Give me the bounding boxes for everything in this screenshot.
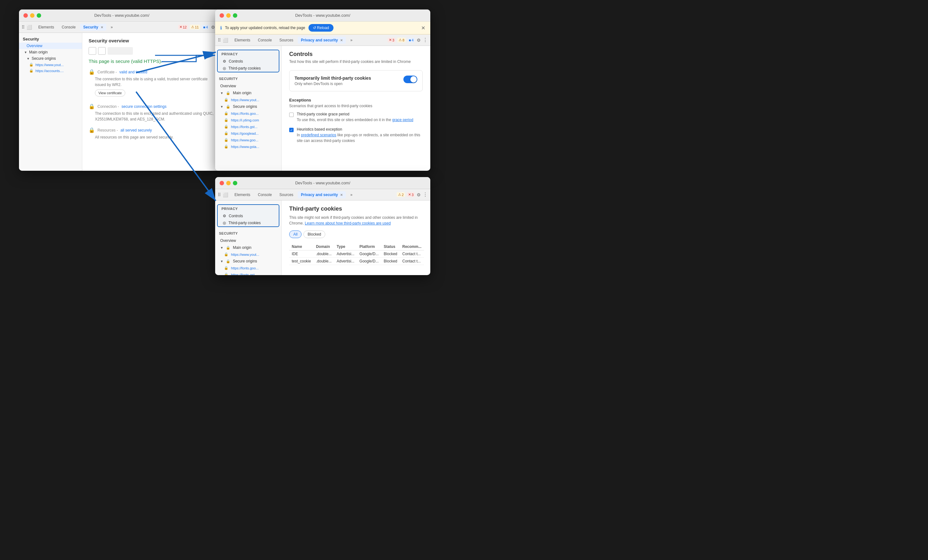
- gear-icon: ⚙: [223, 214, 226, 218]
- more-options-icon[interactable]: ⋮: [423, 37, 428, 43]
- tab-close-icon[interactable]: ✕: [340, 193, 343, 197]
- security-item-ytimg[interactable]: 🔒 https://i.ytimg.com: [215, 117, 281, 123]
- conn-status[interactable]: secure connection settings: [122, 104, 166, 109]
- privacy-section-highlighted: Privacy ⚙ Controls ◎ Third-party cookies: [217, 50, 279, 72]
- tab-console[interactable]: Console: [255, 191, 275, 198]
- tab-sources[interactable]: Sources: [276, 37, 296, 44]
- security-item-overview[interactable]: Overview: [215, 82, 281, 90]
- sidebar-item-secure-origins[interactable]: ▼ Secure origins: [19, 55, 82, 62]
- grace-period-link[interactable]: grace period: [392, 118, 414, 122]
- col-domain: Domain: [314, 243, 334, 250]
- tab-elements[interactable]: Elements: [231, 191, 253, 198]
- secure-message: This page is secure (valid HTTPS).: [89, 58, 218, 64]
- privacy-item-tpc[interactable]: ◎ Third-party cookies: [218, 219, 279, 227]
- security-item-overview[interactable]: Overview: [215, 237, 281, 244]
- exception-checkbox-heuristics[interactable]: ✓: [289, 128, 294, 132]
- tab-close-icon[interactable]: ✕: [101, 26, 103, 29]
- maximize-button[interactable]: [233, 13, 237, 18]
- security-item-fonts-goo[interactable]: 🔒 https://fonts.goo...: [215, 265, 281, 271]
- window-title: DevTools - www.youtube.com/: [295, 13, 350, 18]
- privacy-section-highlighted: Privacy ⚙ Controls ◎ Third-party cookies: [217, 204, 279, 227]
- bottom-right-titlebar: DevTools - www.youtube.com/: [215, 177, 430, 189]
- maximize-button[interactable]: [233, 181, 237, 185]
- settings-icon[interactable]: ⚙: [417, 192, 421, 197]
- cookie-row-1[interactable]: IDE .double... Advertisi... Google/D... …: [289, 250, 424, 258]
- lock-icon: 🔒: [226, 105, 230, 109]
- security-item-secure-origins[interactable]: ▼ 🔒 Secure origins: [215, 258, 281, 265]
- security-item-youtube[interactable]: 🔒 https://www.yout...: [215, 96, 281, 103]
- exception-body-grace: To use this, enroll this site or sites e…: [297, 117, 413, 123]
- tab-more[interactable]: »: [108, 24, 116, 30]
- security-item-gsta[interactable]: 🔒 https://www.gsta...: [215, 143, 281, 150]
- conn-text: The connection to this site is encrypted…: [95, 111, 218, 122]
- close-button[interactable]: [220, 181, 224, 185]
- sidebar-item-main-origin[interactable]: ▼ Main origin: [19, 49, 82, 55]
- notification-close-icon[interactable]: ✕: [421, 25, 425, 31]
- cookie-icon: ◎: [223, 221, 226, 225]
- maximize-button[interactable]: [37, 13, 41, 18]
- sidebar-item-youtube[interactable]: 🔒 https://www.yout...: [19, 62, 82, 68]
- close-button[interactable]: [23, 13, 28, 18]
- tab-more[interactable]: »: [347, 191, 356, 198]
- predefined-scenarios-link[interactable]: predefined scenarios: [301, 133, 336, 137]
- controls-panel: Controls Test how this site will perform…: [282, 46, 430, 171]
- conn-lock-icon: 🔒: [89, 103, 95, 110]
- exception-checkbox-grace[interactable]: [289, 113, 294, 117]
- lock-icon: 🔒: [224, 145, 229, 149]
- filter-all[interactable]: All: [289, 231, 302, 238]
- tab-elements[interactable]: Elements: [35, 24, 57, 30]
- minimize-button[interactable]: [226, 13, 230, 18]
- security-item-googlead[interactable]: 🔒 https://googlead...: [215, 130, 281, 137]
- sidebar-item-accounts[interactable]: 🔒 https://accounts....: [19, 68, 82, 74]
- tab-console[interactable]: Console: [255, 37, 275, 44]
- res-label: Resources -: [98, 128, 118, 132]
- certificate-detail: 🔒 Certificate - valid and trusted The co…: [89, 69, 218, 98]
- minimize-button[interactable]: [226, 181, 230, 185]
- security-item-youtube[interactable]: 🔒 https://www.yout...: [215, 251, 281, 258]
- tab-privacy-security[interactable]: Privacy and security ✕: [298, 191, 346, 198]
- privacy-item-tpc[interactable]: ◎ Third-party cookies: [218, 65, 279, 72]
- bottom-right-window: DevTools - www.youtube.com/ ⠿ ⬜ Elements…: [215, 177, 430, 275]
- left-window-body: Security Overview ▼ Main origin ▼ Secure…: [19, 33, 224, 171]
- tab-more[interactable]: »: [347, 37, 356, 44]
- cell-domain: .double...: [314, 258, 334, 265]
- cookie-row-2[interactable]: test_cookie .double... Advertisi... Goog…: [289, 258, 424, 265]
- triangle-icon: ▼: [220, 246, 223, 250]
- tab-console[interactable]: Console: [58, 24, 79, 30]
- security-item-main-origin[interactable]: ▼ 🔒 Main origin: [215, 90, 281, 96]
- bottom-right-body: Privacy ⚙ Controls ◎ Third-party cookies…: [215, 201, 430, 275]
- close-button[interactable]: [220, 13, 224, 18]
- triangle-icon: ▼: [220, 91, 223, 95]
- tpc-learn-more-link[interactable]: Learn more about how third-party cookies…: [305, 221, 391, 225]
- reload-button[interactable]: ↺ Reload: [308, 24, 333, 32]
- security-item-goo[interactable]: 🔒 https://www.goo...: [215, 137, 281, 143]
- lock-icon: 🔒: [224, 138, 229, 142]
- privacy-item-controls[interactable]: ⚙ Controls: [218, 213, 279, 219]
- filter-blocked[interactable]: Blocked: [304, 231, 325, 238]
- lock-icon: 🔒: [224, 252, 229, 256]
- tab-security[interactable]: Security ✕: [80, 24, 106, 30]
- cookie-limit-card: Temporarily limit third-party cookies On…: [289, 70, 423, 91]
- security-item-fonts-goo[interactable]: 🔒 https://fonts.goo...: [215, 110, 281, 117]
- settings-icon[interactable]: ⚙: [417, 38, 421, 43]
- tab-privacy-security[interactable]: Privacy and security ✕: [298, 37, 346, 44]
- security-item-fonts-gst[interactable]: 🔒 https://fonts.gst...: [215, 123, 281, 130]
- security-item-main-origin[interactable]: ▼ 🔒 Main origin: [215, 244, 281, 251]
- tab-elements[interactable]: Elements: [231, 37, 253, 44]
- res-status[interactable]: all served securely: [121, 128, 152, 132]
- tpc-title: Third-party cookies: [289, 205, 423, 212]
- more-options-icon[interactable]: ⋮: [423, 192, 428, 198]
- tab-close-icon[interactable]: ✕: [340, 39, 343, 42]
- security-item-secure-origins[interactable]: ▼ 🔒 Secure origins: [215, 103, 281, 110]
- tab-sources[interactable]: Sources: [276, 191, 296, 198]
- cert-status[interactable]: valid and trusted: [119, 70, 147, 74]
- view-certificate-button[interactable]: View certificate: [95, 90, 125, 96]
- exceptions-sub: Scenarios that grant access to third-par…: [289, 104, 423, 108]
- cookie-limit-toggle[interactable]: [403, 76, 417, 83]
- triangle-icon: ▼: [220, 105, 223, 108]
- settings-icon[interactable]: ⚙: [211, 25, 215, 30]
- privacy-item-controls[interactable]: ⚙ Controls: [218, 58, 279, 65]
- minimize-button[interactable]: [30, 13, 35, 18]
- sidebar-item-overview[interactable]: Overview: [19, 43, 82, 49]
- security-item-fonts-gst[interactable]: 🔒 https://fonts.gst...: [215, 271, 281, 275]
